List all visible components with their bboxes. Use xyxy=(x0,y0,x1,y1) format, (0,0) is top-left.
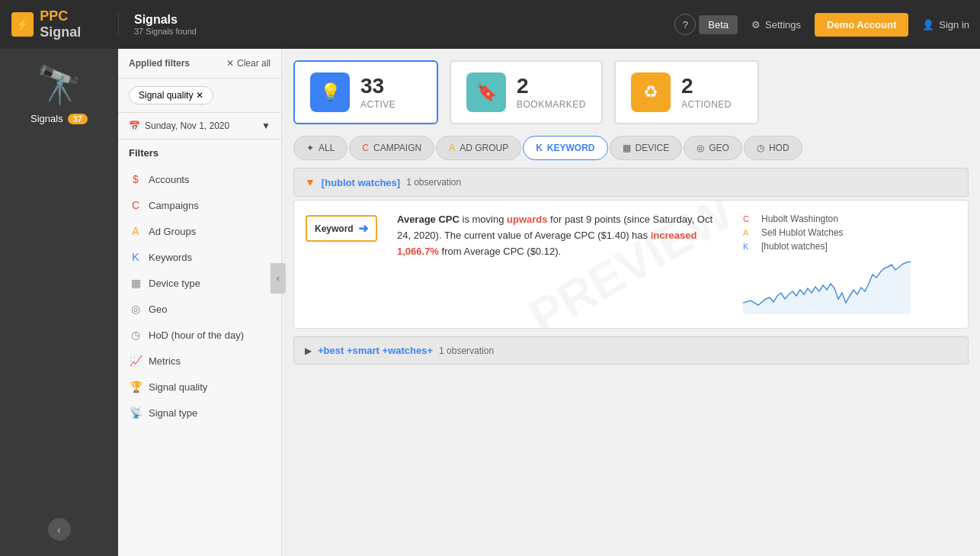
ad-groups-label: Ad Groups xyxy=(149,226,196,237)
obs-keyword-2: +best +smart +watches+ xyxy=(318,345,433,356)
filter-item-campaigns[interactable]: C Campaigns xyxy=(118,192,281,218)
campaign-name: Hubolt Washington xyxy=(761,214,838,224)
date-value: Sunday, Nov 1, 2020 xyxy=(145,121,229,131)
nav-right: ? Beta ⚙ Settings Demo Account 👤 Sign in xyxy=(674,13,980,37)
obs-collapse-arrow: ▼ xyxy=(305,176,315,188)
observation-row-1[interactable]: ▼ [hublot watches] 1 observation xyxy=(293,168,969,197)
tab-geo[interactable]: ◎ Geo xyxy=(684,136,742,160)
filter-panel-collapse-button[interactable]: ‹ xyxy=(271,263,286,294)
signal-type-label: Signal type xyxy=(149,407,197,419)
filter-item-keywords[interactable]: K Keywords xyxy=(118,244,281,270)
filter-item-hod[interactable]: ◷ HoD (hour of the day) xyxy=(118,322,281,348)
stat-card-actioned[interactable]: ♻ 2 Actioned xyxy=(614,60,759,124)
beta-badge[interactable]: Beta xyxy=(699,15,738,34)
keyword-box: Keyword ➜ xyxy=(306,215,377,242)
percent-text: 1,066.7% xyxy=(397,246,439,257)
campaigns-label: Campaigns xyxy=(149,200,199,211)
hierarchy-campaign: C Hubolt Washington xyxy=(743,212,956,226)
hierarchy-list: C Hubolt Washington A Sell Hublot Watche… xyxy=(743,212,956,253)
hierarchy-keyword: K [hublot watches] xyxy=(743,239,956,253)
left-sidebar: 🔭 Signals 37 ‹ xyxy=(0,49,118,556)
user-icon: 👤 xyxy=(922,19,934,31)
signal-description-text: Average CPC is moving upwards for past 9… xyxy=(397,212,728,317)
tab-ad-group[interactable]: A Ad Group xyxy=(436,136,521,160)
obs-keyword-1: [hublot watches] xyxy=(322,177,400,188)
sidebar-label: Signals xyxy=(30,113,63,124)
device-tab-icon: ▦ xyxy=(623,143,631,153)
sidebar-signals: Signals 37 xyxy=(30,113,88,124)
stat-card-bookmarked[interactable]: 🔖 2 Bookmarked xyxy=(450,60,603,124)
filter-tag-remove-icon[interactable]: ✕ xyxy=(196,90,203,101)
observation-row-2[interactable]: ▶ +best +smart +watches+ 1 observation xyxy=(293,336,969,365)
logo-icon: ⚡ xyxy=(11,12,34,37)
device-type-label: Device type xyxy=(149,278,200,289)
signal-card-inner: Keyword ➜ Average CPC is moving upwards … xyxy=(306,212,956,317)
campaign-tab-icon: C xyxy=(362,143,369,153)
chart-svg xyxy=(743,261,911,314)
filter-item-geo[interactable]: ◎ Geo xyxy=(118,296,281,322)
filter-item-accounts[interactable]: $ Accounts xyxy=(118,166,281,192)
keyword-tab-label: Keyword xyxy=(547,143,595,153)
hod-tab-label: HoD xyxy=(769,143,789,153)
actioned-stats: 2 Actioned xyxy=(681,76,732,110)
all-tab-label: All xyxy=(319,143,335,153)
geo-icon: ◎ xyxy=(129,303,143,315)
keyword-hierarchy-icon: K xyxy=(743,242,755,251)
demo-account-button[interactable]: Demo Account xyxy=(815,13,908,37)
device-type-icon: ▦ xyxy=(129,277,143,289)
keyword-box-label: Keyword xyxy=(315,223,354,234)
signal-quality-filter-tag[interactable]: Signal quality ✕ xyxy=(129,86,213,104)
filters-section-label: Filters xyxy=(118,140,281,166)
geo-label: Geo xyxy=(149,304,168,315)
active-icon-box: 💡 xyxy=(310,72,350,112)
keywords-icon: K xyxy=(129,251,143,263)
sign-in-label: Sign in xyxy=(939,19,969,31)
help-button[interactable]: ? xyxy=(674,14,696,35)
clear-all-button[interactable]: ✕ Clear all xyxy=(226,58,271,69)
campaign-tab-label: Campaign xyxy=(373,143,421,153)
settings-button[interactable]: ⚙ Settings xyxy=(741,13,812,37)
tab-campaign[interactable]: C Campaign xyxy=(349,136,434,160)
tab-device[interactable]: ▦ Device xyxy=(610,136,683,160)
filter-panel: Applied filters ✕ Clear all Signal quali… xyxy=(118,49,282,556)
geo-tab-icon: ◎ xyxy=(697,143,704,153)
action-text: increased xyxy=(651,230,697,241)
calendar-icon: 📅 xyxy=(129,121,140,131)
adgroup-name: Sell Hublot Watches xyxy=(761,227,844,238)
filter-item-ad-groups[interactable]: A Ad Groups xyxy=(118,218,281,244)
filter-item-signal-quality[interactable]: 🏆 Signal quality xyxy=(118,374,281,400)
date-selector[interactable]: 📅 Sunday, Nov 1, 2020 ▼ xyxy=(118,112,281,140)
metrics-icon: 📈 xyxy=(129,355,143,367)
tab-keyword[interactable]: K Keyword xyxy=(523,136,607,160)
hod-label: HoD (hour of the day) xyxy=(149,329,244,341)
hod-icon: ◷ xyxy=(129,329,143,341)
direction-text: upwards xyxy=(507,214,547,225)
tab-all[interactable]: ✦ All xyxy=(293,136,347,160)
bookmarked-label: Bookmarked xyxy=(517,99,586,110)
tab-hod[interactable]: ◷ HoD xyxy=(744,136,802,160)
active-stats: 33 Active xyxy=(360,76,396,110)
stat-card-active[interactable]: 💡 33 Active xyxy=(293,60,438,124)
adgroup-tab-label: Ad Group xyxy=(460,143,508,153)
filter-item-metrics[interactable]: 📈 Metrics xyxy=(118,348,281,374)
mini-chart xyxy=(743,261,956,317)
bookmarked-icon-box: 🔖 xyxy=(466,72,506,112)
tabs-row: ✦ All C Campaign A Ad Group K Keyword ▦ … xyxy=(282,132,980,164)
active-label: Active xyxy=(360,99,396,110)
keyword-box-area: Keyword ➜ xyxy=(306,212,382,317)
sign-in-button[interactable]: 👤 Sign in xyxy=(911,13,980,37)
metrics-label: Metrics xyxy=(149,355,181,367)
telescope-icon: 🔭 xyxy=(37,64,82,107)
logo-ppc: PPC xyxy=(40,8,68,24)
adgroup-tab-icon: A xyxy=(449,143,455,153)
signal-quality-icon: 🏆 xyxy=(129,381,143,393)
filter-item-device-type[interactable]: ▦ Device type xyxy=(118,270,281,296)
signal-card-1: PREVIEW Keyword ➜ Average CPC is moving … xyxy=(293,200,969,329)
sidebar-collapse-button[interactable]: ‹ xyxy=(48,518,71,541)
obs-count-2: 1 observation xyxy=(439,345,494,356)
all-tab-icon: ✦ xyxy=(306,143,314,153)
nav-signals-subtitle: 37 Signals found xyxy=(134,27,674,36)
signals-count-badge: 37 xyxy=(68,114,88,124)
campaign-hierarchy-icon: C xyxy=(743,214,755,223)
filter-item-signal-type[interactable]: 📡 Signal type xyxy=(118,400,281,426)
